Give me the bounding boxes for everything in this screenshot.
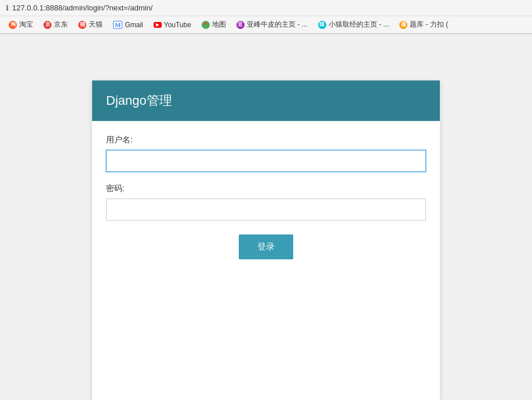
bookmark-label-gmail: Gmail [125, 21, 143, 29]
url-text[interactable]: 127.0.0.1:8888/admin/login/?next=/admin/ [12, 3, 152, 12]
page-content: Django管理 用户名: 密码: 登录 [0, 34, 532, 400]
taobao-icon: 淘 [9, 21, 17, 29]
bookmark-label-site1: 亚峰牛皮的主页 - ... [247, 20, 308, 30]
browser-chrome: ℹ 127.0.0.1:8888/admin/login/?next=/admi… [0, 0, 532, 34]
bookmark-taobao[interactable]: 淘淘宝 [5, 19, 37, 31]
bookmark-jingdong[interactable]: 京京东 [39, 19, 72, 31]
bookmark-label-jingdong: 京东 [54, 20, 68, 30]
youtube-icon [154, 22, 162, 28]
site3-icon: 题 [399, 21, 407, 29]
site1-icon: 亚 [236, 21, 245, 29]
bookmark-label-maps: 地图 [212, 20, 226, 30]
username-group: 用户名: [106, 135, 426, 172]
bookmarks-bar: 淘淘宝京京东猫天猫MGmailYouTube📍地图亚亚峰牛皮的主页 - ...猿… [0, 16, 532, 34]
bookmark-youtube[interactable]: YouTube [150, 20, 195, 30]
bookmark-label-site2: 小猿取经的主页 - ... [329, 20, 389, 30]
login-title: Django管理 [106, 92, 426, 109]
bookmark-label-site3: 题库 - 力扣 ( [410, 20, 448, 30]
login-button-wrapper: 登录 [106, 234, 426, 259]
bookmark-gmail[interactable]: MGmail [109, 20, 147, 30]
login-container: Django管理 用户名: 密码: 登录 [92, 80, 440, 400]
gmail-icon: M [113, 21, 122, 29]
bookmark-site1[interactable]: 亚亚峰牛皮的主页 - ... [232, 19, 312, 31]
password-group: 密码: [106, 184, 426, 221]
jingdong-icon: 京 [43, 21, 52, 29]
login-header: Django管理 [92, 80, 440, 121]
bookmark-site3[interactable]: 题题库 - 力扣 ( [395, 19, 452, 31]
login-button[interactable]: 登录 [239, 234, 293, 259]
bookmark-site2[interactable]: 猿小猿取经的主页 - ... [314, 19, 393, 31]
address-bar: ℹ 127.0.0.1:8888/admin/login/?next=/admi… [0, 0, 532, 16]
info-icon[interactable]: ℹ [6, 3, 9, 12]
bookmark-label-tianmao: 天猫 [89, 20, 103, 30]
maps-icon: 📍 [202, 21, 210, 29]
bookmark-label-taobao: 淘宝 [19, 20, 33, 30]
login-body: 用户名: 密码: 登录 [92, 121, 440, 278]
username-label: 用户名: [106, 135, 426, 145]
bookmark-tianmao[interactable]: 猫天猫 [74, 19, 107, 31]
username-input[interactable] [106, 150, 426, 172]
tianmao-icon: 猫 [78, 21, 86, 29]
password-label: 密码: [106, 184, 426, 194]
bookmark-label-youtube: YouTube [164, 21, 191, 29]
site2-icon: 猿 [318, 21, 326, 29]
bookmark-maps[interactable]: 📍地图 [198, 19, 230, 31]
password-input[interactable] [106, 199, 426, 221]
